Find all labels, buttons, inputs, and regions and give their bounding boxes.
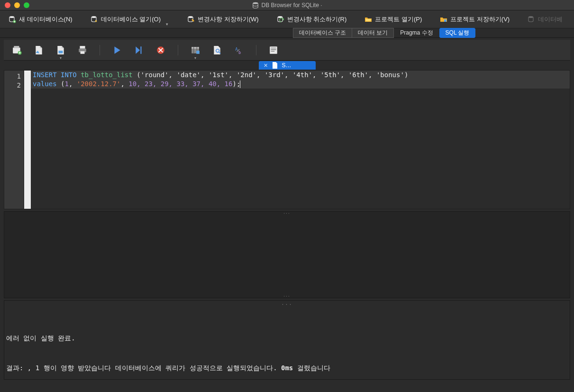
svg-rect-23 [270,46,277,54]
text-cursor [240,80,240,88]
open-database-icon [91,16,98,23]
svg-rect-18 [191,47,199,48]
main-tabs: 데이터베이스 구조 데이터 보기 Pragma 수정 SQL 실행 [0,28,574,38]
svg-rect-12 [80,46,85,49]
stop-button[interactable] [156,45,165,55]
svg-point-7 [528,16,533,18]
attach-database-icon [528,16,535,23]
minimize-window-button[interactable] [14,2,20,8]
tab-edit-pragma[interactable]: Pragma 수정 [394,28,439,38]
find-button[interactable] [212,45,222,55]
main-toolbar: 새 데이터베이스(N) 데이터베이스 열기(O) ▾ 변경사항 저장하기(W) … [0,10,574,28]
attach-database-button[interactable]: 데이터베 [523,13,567,26]
save-project-button[interactable]: 프로젝트 저장하기(V) [435,13,514,26]
svg-rect-6 [444,19,446,22]
svg-text:b: b [238,50,241,54]
svg-rect-11 [59,51,63,53]
code-line[interactable]: values (1, '2002.12.7', 10, 23, 29, 33, … [31,80,570,89]
line-number: 1 [4,72,21,81]
revert-changes-label: 변경사항 취소하기(R) [287,15,347,24]
output-line: 결과: , 1 행이 영향 받았습니다 데이터베이스에 쿼리가 성공적으로 실행… [6,363,568,373]
zoom-window-button[interactable] [24,2,29,8]
splitter-handle-icon[interactable]: ··· [283,211,290,216]
output-log-panel[interactable]: ··· 에러 없이 실행 완료. 결과: , 1 행이 영향 받았습니다 데이터… [4,300,570,380]
save-results-button[interactable] [191,45,200,55]
open-database-button[interactable]: 데이터베이스 열기(O) ▾ [86,10,174,28]
open-database-dropdown-icon[interactable]: ▾ [164,12,169,27]
new-database-icon [9,16,16,23]
svg-point-1 [9,16,14,18]
sql-toolbar: Ab [4,40,570,61]
code-line[interactable]: INSERT INTO tb_lotto_list ('round', 'dat… [31,71,570,80]
editor-tab-label: S… [282,62,292,69]
write-changes-button[interactable]: 변경사항 저장하기(W) [182,13,264,26]
code-area[interactable]: INSERT INTO tb_lotto_list ('round', 'dat… [31,71,570,209]
write-changes-icon [187,16,195,23]
tab-execute-sql[interactable]: SQL 실행 [439,28,476,38]
save-sql-file-button[interactable] [56,45,65,55]
write-changes-label: 변경사항 저장하기(W) [198,15,259,24]
fold-gutter [24,71,31,209]
sql-log-button[interactable] [269,45,278,55]
window-title-text: DB Browser for SQLite · [261,2,322,9]
results-panel[interactable]: ··· ··· [4,211,570,298]
line-number-gutter: 1 2 [4,71,24,209]
splitter-handle-icon[interactable]: ··· [283,294,290,299]
execute-sql-button[interactable] [112,45,122,55]
new-database-button[interactable]: 새 데이터베이스(N) [4,13,77,26]
revert-changes-icon [277,16,284,23]
line-number: 2 [4,81,21,90]
tab-browse-data[interactable]: 데이터 보기 [352,28,394,38]
revert-changes-button[interactable]: 변경사항 취소하기(R) [272,13,352,26]
titlebar: DB Browser for SQLite · [0,0,574,10]
print-button[interactable] [78,45,87,55]
new-database-label: 새 데이터베이스(N) [19,15,73,24]
save-project-icon [440,16,447,23]
output-line: 에러 없이 실행 완료. [6,333,568,343]
splitter-handle-icon[interactable]: ··· [281,300,292,310]
database-icon [252,2,258,9]
new-sql-tab-button[interactable] [12,45,22,55]
svg-rect-14 [81,51,85,54]
sql-file-icon [272,62,278,69]
attach-database-label: 데이터베 [538,15,563,24]
open-sql-file-button[interactable] [34,45,44,55]
save-project-label: 프로젝트 저장하기(V) [450,15,510,24]
window-controls [0,2,29,8]
svg-point-3 [91,16,96,18]
find-replace-button[interactable]: Ab [234,45,244,55]
svg-point-0 [253,2,258,4]
svg-rect-9 [14,46,19,48]
editor-tab-strip: ✕ S… [4,61,570,70]
editor-tab-active[interactable]: ✕ S… [259,61,316,70]
close-tab-icon[interactable]: ✕ [264,62,268,69]
close-window-button[interactable] [5,2,10,8]
svg-rect-15 [140,46,141,54]
tab-db-structure[interactable]: 데이터베이스 구조 [293,28,352,38]
svg-rect-19 [196,51,200,54]
open-project-label: 프로젝트 열기(P) [375,15,422,24]
execute-line-button[interactable] [134,45,144,55]
window-title: DB Browser for SQLite · [252,2,322,9]
open-project-button[interactable]: 프로젝트 열기(P) [360,13,427,26]
open-database-label: 데이터베이스 열기(O) [101,15,161,24]
sql-editor[interactable]: 1 2 INSERT INTO tb_lotto_list ('round', … [4,70,570,209]
open-project-icon [364,16,372,23]
svg-point-4 [188,16,193,18]
